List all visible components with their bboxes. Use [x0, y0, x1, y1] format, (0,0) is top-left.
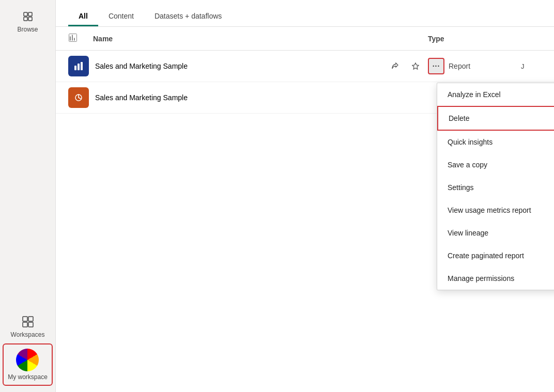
svg-rect-7 [28, 322, 33, 327]
tab-content[interactable]: Content [98, 5, 144, 26]
header-type: Type [428, 35, 521, 43]
svg-rect-3 [28, 17, 32, 21]
workspaces-label: Workspaces [11, 331, 45, 338]
svg-rect-4 [23, 317, 27, 321]
share-button-1[interactable] [387, 58, 403, 74]
sidebar-bottom: Workspaces My workspace [0, 309, 55, 392]
row-icon-blue [68, 56, 89, 76]
svg-rect-6 [23, 322, 27, 327]
svg-rect-10 [78, 64, 80, 70]
svg-rect-2 [24, 17, 27, 21]
context-menu: Analyze in Excel Delete Quick insights S… [437, 83, 554, 290]
row-actions-1: ··· [387, 58, 444, 74]
svg-rect-1 [28, 12, 32, 16]
row-name-2: Sales and Marketing Sample [95, 93, 449, 102]
more-button-1[interactable]: ··· [428, 58, 444, 74]
row-name-1: Sales and Marketing Sample [95, 62, 387, 70]
browse-icon [21, 9, 35, 24]
header-name: Name [93, 35, 428, 43]
row-icon-orange [68, 87, 89, 108]
sidebar-item-workspaces[interactable]: Workspaces [0, 309, 55, 343]
table-header: Name Type [56, 27, 554, 51]
favorite-button-1[interactable] [407, 58, 424, 74]
menu-item-view-lineage[interactable]: View lineage [437, 222, 554, 244]
workspaces-icon [21, 315, 35, 329]
browse-label: Browse [17, 26, 38, 33]
tab-all[interactable]: All [68, 5, 98, 26]
header-icon-col [68, 33, 93, 44]
tab-datasets-dataflows[interactable]: Datasets + dataflows [144, 5, 232, 26]
sidebar-item-browse[interactable]: Browse [0, 4, 55, 38]
my-workspace-item[interactable]: My workspace [3, 343, 52, 386]
tabs-bar: All Content Datasets + dataflows [56, 0, 554, 27]
menu-item-settings[interactable]: Settings [437, 176, 554, 199]
row-owner-1: J [521, 62, 542, 70]
sidebar: Browse Workspaces My workspace [0, 0, 56, 392]
svg-rect-5 [28, 317, 33, 321]
row-type-1: Report [449, 62, 521, 70]
svg-rect-9 [74, 66, 76, 70]
menu-item-analyze[interactable]: Analyze in Excel [437, 83, 554, 106]
svg-rect-11 [81, 62, 83, 70]
menu-item-view-usage[interactable]: View usage metrics report [437, 199, 554, 222]
menu-item-quick-insights[interactable]: Quick insights [437, 131, 554, 153]
workspace-avatar[interactable] [16, 349, 39, 371]
menu-item-delete[interactable]: Delete [437, 106, 554, 131]
svg-marker-12 [412, 63, 419, 69]
table-row[interactable]: Sales and Marketing Sample ··· Report J [56, 51, 554, 82]
svg-rect-0 [24, 12, 27, 16]
menu-item-save-copy[interactable]: Save a copy [437, 153, 554, 176]
main-content: All Content Datasets + dataflows Name Ty… [56, 0, 554, 392]
my-workspace-label: My workspace [8, 373, 48, 381]
menu-item-manage-permissions[interactable]: Manage permissions [437, 267, 554, 290]
menu-item-create-paginated[interactable]: Create paginated report [437, 244, 554, 267]
